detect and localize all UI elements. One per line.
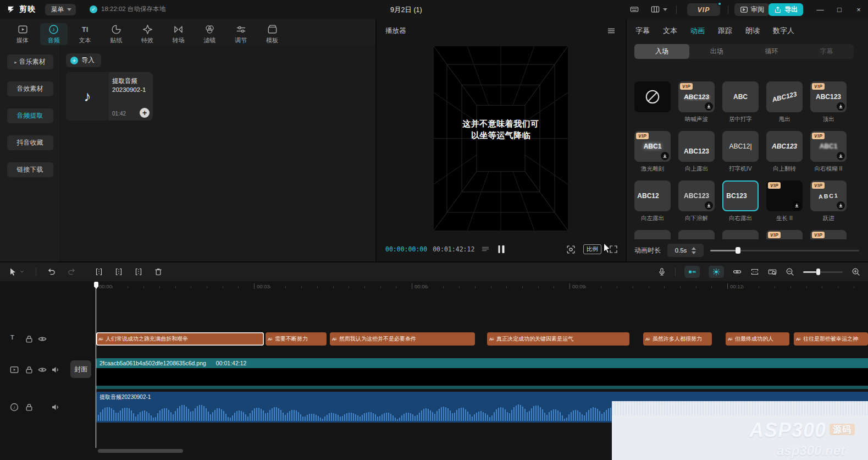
preset-tile[interactable]: ABC12|: [722, 131, 759, 162]
sidebar-item-sound-effects[interactable]: 音效素材: [7, 81, 53, 96]
timeline-zoom-slider[interactable]: [803, 269, 843, 275]
auto-snap-toggle[interactable]: [684, 266, 700, 278]
tab-text[interactable]: 文本: [71, 23, 99, 45]
lock-icon[interactable]: [25, 403, 34, 412]
horizontal-scrollbar[interactable]: [98, 449, 183, 453]
preset-tile[interactable]: [722, 230, 759, 239]
delete-button[interactable]: [154, 267, 163, 276]
tab-sticker[interactable]: 贴纸: [102, 23, 130, 45]
eye-icon[interactable]: [38, 365, 47, 374]
subtab-caption[interactable]: 字幕: [799, 44, 854, 59]
menu-button[interactable]: 菜单: [45, 4, 76, 15]
subtab-out[interactable]: 出场: [689, 44, 744, 59]
preset-tile[interactable]: ABC12: [634, 180, 671, 211]
review-button[interactable]: 审阅: [734, 3, 770, 16]
split-right-button[interactable]: [134, 267, 143, 276]
keyboard-shortcuts-icon[interactable]: [630, 5, 639, 14]
sidebar-item-audio-extract[interactable]: 音频提取: [7, 108, 53, 123]
cover-button[interactable]: 封面: [70, 360, 91, 378]
preset-tile[interactable]: ABC123: [678, 180, 715, 211]
preset-tile[interactable]: VIP: [766, 180, 803, 211]
select-tool-button[interactable]: [9, 267, 25, 276]
pause-button[interactable]: [498, 245, 504, 253]
split-left-button[interactable]: [114, 267, 123, 276]
preset-tile[interactable]: ABC1VIP: [810, 180, 847, 211]
preset-tile[interactable]: ABC: [722, 81, 759, 112]
import-button[interactable]: 导入: [66, 53, 101, 67]
lock-icon[interactable]: [25, 335, 34, 343]
unlink-clips-button[interactable]: [750, 267, 759, 276]
tab-transitions[interactable]: 转场: [165, 23, 192, 45]
tab-effects[interactable]: 特效: [134, 23, 161, 45]
text-clip[interactable]: A≡真正决定成功的关键因素是运气: [487, 332, 629, 346]
tab-animation[interactable]: 动画: [690, 26, 705, 36]
preset-tile[interactable]: ABC123VIP: [678, 81, 715, 112]
tab-text-to-speech[interactable]: 朗读: [745, 26, 760, 36]
zoom-out-button[interactable]: [786, 267, 794, 276]
ratio-button[interactable]: 比例: [583, 244, 601, 254]
preset-tile[interactable]: ABC123: [678, 131, 715, 162]
mute-icon[interactable]: [51, 365, 60, 374]
close-button[interactable]: ×: [850, 0, 867, 19]
preview-quality-icon[interactable]: [566, 245, 576, 254]
zoom-slider-handle[interactable]: [816, 269, 820, 275]
tab-adjust[interactable]: 调节: [227, 23, 255, 45]
audio-asset-card[interactable]: ♪ 提取音频 20230902-1 01:42 +: [66, 72, 153, 121]
preset-tile[interactable]: ABC1VIP: [810, 131, 847, 162]
tab-caption[interactable]: 字幕: [635, 26, 650, 36]
text-clip[interactable]: A≡往往是那些被幸运之神: [794, 332, 868, 346]
text-clip[interactable]: A≡人们常说成功之路充满曲折和艰辛: [96, 332, 264, 346]
subtab-in[interactable]: 入场: [634, 44, 689, 59]
preset-tile[interactable]: ABC123: [766, 81, 803, 112]
preset-tile[interactable]: VIP: [766, 230, 803, 239]
sidebar-item-music-assets[interactable]: ▸音乐素材: [7, 54, 53, 69]
subtab-loop[interactable]: 循环: [744, 44, 799, 59]
tab-media[interactable]: 媒体: [9, 23, 36, 45]
preview-axis-toggle[interactable]: [709, 266, 724, 278]
duration-slider[interactable]: [710, 247, 859, 254]
record-voiceover-button[interactable]: [657, 267, 666, 276]
tab-text[interactable]: 文本: [663, 26, 677, 36]
minimize-button[interactable]: —: [812, 0, 828, 19]
tab-templates[interactable]: 模板: [258, 23, 286, 45]
stepper-up-icon[interactable]: [692, 247, 696, 250]
timeline-ruler[interactable]: 00:0000:0300:0600:0900:1200:15: [96, 282, 868, 293]
preset-tile[interactable]: [634, 230, 671, 239]
text-clip[interactable]: A≡然而我认为这些并不是必要条件: [330, 332, 475, 346]
zoom-in-button[interactable]: [852, 267, 860, 276]
preset-tile[interactable]: [678, 230, 715, 239]
link-clips-button[interactable]: [733, 267, 742, 276]
duration-stepper[interactable]: [692, 247, 696, 254]
layout-switch-button[interactable]: [651, 5, 667, 14]
tab-audio[interactable]: 音频: [40, 23, 68, 45]
preset-tile[interactable]: ABC123VIP: [810, 81, 847, 112]
video-clip[interactable]: 2fcaacb5a061b4a502dfe1208635c6d.png 00:0…: [96, 358, 868, 389]
preset-grid-scroll[interactable]: ABC123VIP呐喊声波ABC居中打字ABC123甩出ABC123VIP顶出A…: [627, 67, 868, 239]
tab-digital-human[interactable]: 数字人: [773, 26, 794, 36]
preset-tile[interactable]: [634, 81, 671, 112]
timeline-preview-button[interactable]: [768, 267, 777, 276]
undo-button[interactable]: [47, 267, 56, 276]
text-clip[interactable]: A≡虽然许多人都很努力: [643, 332, 712, 346]
stepper-down-icon[interactable]: [692, 251, 696, 254]
text-clip[interactable]: A≡需要不断努力: [266, 332, 327, 346]
export-button[interactable]: 导出: [769, 3, 803, 16]
caption-list-icon[interactable]: [481, 245, 490, 254]
vip-button[interactable]: VIP: [687, 3, 720, 16]
mute-icon[interactable]: [51, 403, 60, 412]
eye-icon[interactable]: [38, 335, 47, 343]
preset-tile[interactable]: ABC123: [766, 131, 803, 162]
tab-tracking[interactable]: 跟踪: [718, 26, 732, 36]
maximize-button[interactable]: □: [831, 0, 848, 19]
text-clip[interactable]: A≡但最终成功的人: [726, 332, 789, 346]
player-menu-icon[interactable]: [607, 26, 616, 35]
tab-filters[interactable]: 滤镜: [196, 23, 224, 45]
preset-tile[interactable]: ABC1VIP: [634, 131, 671, 162]
duration-value-box[interactable]: 0.5s: [667, 244, 704, 257]
lock-icon[interactable]: [25, 365, 34, 374]
preset-tile[interactable]: VIP: [810, 230, 847, 239]
redo-button[interactable]: [67, 267, 76, 276]
slider-handle[interactable]: [736, 247, 740, 254]
sidebar-item-douyin-favorites[interactable]: 抖音收藏: [7, 135, 53, 150]
preset-tile[interactable]: BC123: [722, 180, 759, 211]
